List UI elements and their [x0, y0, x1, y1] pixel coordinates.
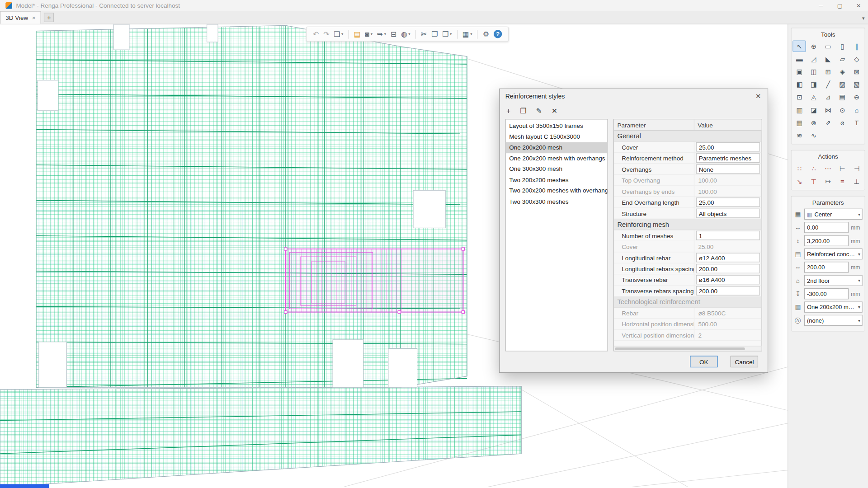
- tool-icon-35[interactable]: T: [850, 117, 863, 128]
- dialog-close-icon[interactable]: ✕: [749, 89, 768, 103]
- param-value-input[interactable]: 25.00: [696, 142, 760, 152]
- style-list-item[interactable]: Mesh layout C 1500x3000: [506, 131, 608, 142]
- tool-icon-14[interactable]: ◈: [836, 66, 849, 78]
- param-value-input[interactable]: 200.00: [696, 264, 760, 273]
- tab-close-icon[interactable]: ×: [32, 14, 36, 21]
- edit-style-icon[interactable]: ✎: [536, 107, 542, 115]
- tool-icon-4[interactable]: ▯: [836, 40, 849, 52]
- action-icon-8[interactable]: ↦: [821, 175, 835, 187]
- action-icon-2[interactable]: ∴: [807, 163, 820, 174]
- tool-icon-3[interactable]: ▭: [821, 40, 835, 52]
- style-list-item[interactable]: One 300x300 mesh: [506, 164, 608, 174]
- action-icon-6[interactable]: ↘: [793, 175, 806, 187]
- action-icon-7[interactable]: ⊤: [807, 175, 820, 187]
- tool-icon-17[interactable]: ◨: [807, 79, 820, 90]
- param-value-input[interactable]: 25.00: [696, 197, 760, 207]
- tool-icon-8[interactable]: ◣: [821, 53, 835, 65]
- style-list-item[interactable]: Two 200x200 meshes with overhangs: [506, 185, 608, 196]
- level-select[interactable]: 2nd floor▾: [804, 275, 863, 286]
- tool-icon-16[interactable]: ◧: [793, 79, 806, 90]
- param-value-input[interactable]: Parametric meshes: [696, 153, 760, 163]
- tool-icon-36[interactable]: ≋: [793, 130, 806, 141]
- delete-style-icon[interactable]: ✕: [552, 107, 557, 115]
- tool-icon-2[interactable]: ⊕: [807, 40, 820, 52]
- style-list-item[interactable]: Layout of 3500x150 frames: [506, 121, 608, 131]
- undo-icon[interactable]: ↶: [311, 28, 321, 40]
- param-value-input[interactable]: 1: [696, 231, 760, 240]
- tool-icon-22[interactable]: ◬: [807, 91, 820, 103]
- tool-icon-33[interactable]: ⇗: [821, 117, 835, 128]
- tool-icon-23[interactable]: ⊿: [821, 91, 835, 103]
- save-project-icon[interactable]: ◙▾: [363, 28, 374, 40]
- dropdown-caret-icon[interactable]: ▾: [341, 32, 343, 36]
- param-value-input[interactable]: 200.00: [696, 286, 760, 296]
- mark-select[interactable]: (none)▾: [804, 315, 863, 326]
- elevation-input[interactable]: -300.00: [804, 288, 849, 299]
- ok-button[interactable]: OK: [690, 356, 717, 367]
- specifications-icon[interactable]: ▦▾: [461, 28, 474, 40]
- reinforcement-style-select[interactable]: One 200x200 mesh▾: [804, 301, 863, 312]
- material-select[interactable]: Reinforced concrete▾: [804, 249, 863, 259]
- add-style-icon[interactable]: +: [506, 107, 510, 115]
- tool-icon-7[interactable]: ◿: [807, 53, 820, 65]
- style-list-item[interactable]: Two 200x200 meshes: [506, 174, 608, 185]
- select-tool-icon[interactable]: ↖: [793, 40, 806, 52]
- action-icon-3[interactable]: ⋯: [821, 163, 835, 174]
- tool-icon-9[interactable]: ▱: [836, 53, 849, 65]
- tool-icon-37[interactable]: ∿: [807, 130, 820, 141]
- minimize-button[interactable]: ─: [811, 0, 830, 11]
- tool-icon-28[interactable]: ⋈: [821, 104, 835, 116]
- tool-icon-29[interactable]: ⊙: [836, 104, 849, 116]
- close-button[interactable]: ✕: [849, 0, 868, 11]
- tool-icon-31[interactable]: ▦: [793, 117, 806, 128]
- redo-icon[interactable]: ↷: [321, 28, 331, 40]
- copy-icon[interactable]: ❐: [429, 28, 439, 40]
- tab-3d-view[interactable]: 3D View ×: [0, 11, 41, 23]
- horizontal-scrollbar[interactable]: [614, 346, 761, 351]
- tool-icon-20[interactable]: ▧: [850, 79, 863, 90]
- maximize-button[interactable]: ▢: [830, 0, 849, 11]
- tool-icon-32[interactable]: ⊗: [807, 117, 820, 128]
- offset-input[interactable]: 0.00: [804, 222, 849, 233]
- dropdown-caret-icon[interactable]: ▾: [408, 32, 410, 36]
- tool-icon-12[interactable]: ◫: [807, 66, 820, 78]
- placement-select[interactable]: ▥Center▾: [804, 209, 863, 220]
- cut-icon[interactable]: ✂: [419, 28, 429, 40]
- tool-icon-19[interactable]: ▨: [836, 79, 849, 90]
- style-list-item[interactable]: One 200x200 mesh with overhangs: [506, 153, 608, 164]
- tool-icon-11[interactable]: ▣: [793, 66, 806, 78]
- tool-icon-15[interactable]: ⊠: [850, 66, 863, 78]
- tool-icon-26[interactable]: ▥: [793, 104, 806, 116]
- cancel-button[interactable]: Cancel: [731, 356, 758, 367]
- export-icon[interactable]: ➥▾: [375, 28, 388, 40]
- tool-icon-10[interactable]: ◇: [850, 53, 863, 65]
- tool-icon-25[interactable]: ⊖: [850, 91, 863, 103]
- duplicate-view-icon[interactable]: ❑▾: [332, 28, 345, 40]
- tool-icon-30[interactable]: ⌂: [850, 104, 863, 116]
- open-project-icon[interactable]: ▤: [352, 28, 362, 40]
- tool-icon-21[interactable]: ⊡: [793, 91, 806, 103]
- tool-icon-24[interactable]: ▤: [836, 91, 849, 103]
- tool-icon-34[interactable]: ⌀: [836, 117, 849, 128]
- tool-icon-27[interactable]: ◪: [807, 104, 820, 116]
- paste-icon[interactable]: ❒▾: [441, 28, 453, 40]
- tab-overflow-caret-icon[interactable]: ▾: [862, 15, 865, 21]
- dialog-titlebar[interactable]: Reinforcement styles ✕: [500, 89, 768, 103]
- tool-icon-18[interactable]: ╱: [821, 79, 835, 90]
- selection-highlight[interactable]: [284, 248, 465, 314]
- dropdown-caret-icon[interactable]: ▾: [450, 32, 452, 36]
- action-icon-5[interactable]: ⊣: [850, 163, 863, 174]
- settings-wrench-icon[interactable]: ⚙: [481, 28, 491, 40]
- action-icon-10[interactable]: ⊥: [850, 175, 863, 187]
- action-icon-1[interactable]: ∷: [793, 163, 806, 174]
- dropdown-caret-icon[interactable]: ▾: [470, 32, 472, 36]
- thickness-input[interactable]: 200.00: [804, 262, 849, 272]
- param-value-input[interactable]: None: [696, 164, 760, 174]
- style-list-item[interactable]: One 200x200 mesh: [506, 142, 608, 153]
- visibility-settings-icon[interactable]: ◍▾: [399, 28, 412, 40]
- param-value-input[interactable]: All objects: [696, 209, 760, 218]
- add-tab-button[interactable]: +: [44, 13, 54, 22]
- tool-icon-13[interactable]: ⊞: [821, 66, 835, 78]
- print-icon[interactable]: ⊟: [389, 28, 398, 40]
- height-input[interactable]: 3,200.00: [804, 235, 849, 246]
